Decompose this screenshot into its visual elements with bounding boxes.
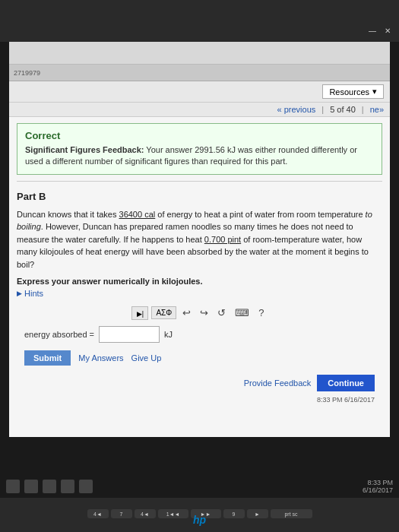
start-icon[interactable] (6, 480, 20, 493)
top-bar: Resources ▾ (9, 81, 390, 103)
correct-box: Correct Significant Figures Feedback: Yo… (17, 123, 382, 175)
hints-link[interactable]: ▶ Hints (17, 289, 382, 298)
key-4[interactable]: 1◄◄ (158, 509, 188, 518)
redo-icon: ↪ (200, 307, 208, 318)
taskbar-left (6, 480, 93, 493)
refresh-button[interactable]: ↺ (214, 306, 229, 320)
tab-bar: 2719979 (9, 65, 390, 81)
key-1[interactable]: 4◄ (87, 509, 109, 518)
provide-feedback-link[interactable]: Provide Feedback (244, 378, 312, 388)
taskbar-time: 8:33 PM (363, 479, 393, 486)
hints-arrow-icon: ▶ (17, 290, 22, 297)
my-answers-link[interactable]: My Answers (78, 353, 123, 363)
redo-button[interactable]: ↪ (197, 306, 211, 320)
nav-separator: | (321, 105, 324, 114)
question-text: Duncan knows that it takes 36400 cal of … (17, 208, 382, 271)
taskbar-icon-3[interactable] (61, 480, 74, 493)
help-button[interactable]: ? (255, 306, 267, 320)
tab-id: 2719979 (14, 69, 40, 77)
submit-button[interactable]: Submit (24, 350, 71, 366)
keyboard-button[interactable]: ⌨ (232, 306, 252, 320)
time-display: 8:33 PM (317, 396, 343, 404)
feedback-text: Significant Figures Feedback: Your answe… (25, 144, 374, 168)
toolbar-btn1-icon: ▶| (137, 310, 144, 318)
resources-label: Resources (329, 87, 369, 97)
bezel-top: — ✕ (0, 0, 399, 42)
page-content: Resources ▾ « previous | 5 of 40 | ne» C… (9, 81, 390, 437)
submit-row: Submit My Answers Give Up (17, 350, 382, 366)
cal-text: 36400 cal (119, 210, 156, 219)
correct-title: Correct (25, 130, 374, 141)
input-row: energy absorbed = kJ (17, 326, 382, 343)
nav-bar: « previous | 5 of 40 | ne» (9, 103, 390, 117)
browser-chrome (9, 42, 390, 65)
screen: 2719979 Resources ▾ « previous | 5 of 40… (9, 42, 390, 437)
asigma-label: AΣΦ (156, 309, 172, 317)
input-label: energy absorbed = (24, 330, 94, 339)
give-up-link[interactable]: Give Up (131, 353, 162, 363)
key-2[interactable]: 7 (111, 509, 132, 518)
taskbar-icon-4[interactable] (79, 480, 93, 493)
part-b-title: Part B (17, 191, 382, 202)
taskbar-date: 6/16/2017 (363, 486, 393, 494)
bottom-action-row: Provide Feedback Continue (17, 372, 382, 394)
key-7[interactable]: ► (247, 509, 268, 518)
taskbar-right: 8:33 PM 6/16/2017 (363, 479, 393, 494)
key-6[interactable]: 9 (223, 509, 245, 518)
feedback-prefix: Significant Figures Feedback: (25, 145, 144, 154)
pint-text: 0.700 pint (204, 235, 241, 244)
refresh-icon: ↺ (217, 307, 226, 318)
help-icon: ? (258, 307, 264, 318)
editor-toolbar: ▶| AΣΦ ↩ ↪ ↺ ⌨ ? (17, 306, 382, 320)
date-display: 6/16/2017 (344, 396, 375, 404)
answer-input[interactable] (99, 326, 160, 343)
taskbar: 8:33 PM 6/16/2017 (0, 475, 399, 498)
keyboard-bezel: 4◄ 7 4◄ 1◄◄ ►► 9 ► prt sc hp (0, 498, 399, 532)
continue-button[interactable]: Continue (317, 375, 375, 391)
key-prtsc[interactable]: prt sc (271, 509, 312, 518)
key-3[interactable]: 4◄ (135, 509, 156, 518)
toolbar-btn-asigma[interactable]: AΣΦ (151, 306, 176, 319)
resources-dropdown-icon: ▾ (372, 87, 377, 97)
keyboard-icon: ⌨ (235, 307, 249, 318)
part-b-section: Part B Duncan knows that it takes 36400 … (9, 186, 390, 410)
undo-icon: ↩ (182, 307, 191, 318)
taskbar-icon-1[interactable] (24, 480, 38, 493)
taskbar-icon-2[interactable] (43, 480, 56, 493)
resources-button[interactable]: Resources ▾ (322, 84, 384, 99)
prev-link[interactable]: « previous (277, 105, 316, 114)
hp-logo: hp (193, 514, 206, 526)
instruction-text: Express your answer numerically in kiloj… (17, 277, 382, 286)
unit-label: kJ (164, 330, 173, 339)
divider (17, 181, 382, 182)
undo-button[interactable]: ↩ (179, 306, 194, 320)
toolbar-btn1[interactable]: ▶| (131, 306, 148, 320)
italic-to-boiling: to boiling (17, 210, 372, 232)
hints-label: Hints (24, 289, 43, 298)
nav-separator2: | (362, 105, 364, 114)
close-button[interactable]: ✕ (382, 25, 393, 36)
nav-count: 5 of 40 (330, 105, 356, 114)
next-link[interactable]: ne» (370, 105, 384, 114)
window-controls: — ✕ (367, 25, 393, 36)
timestamp-area: 8:33 PM 6/16/2017 (17, 394, 382, 405)
minimize-button[interactable]: — (367, 25, 378, 36)
